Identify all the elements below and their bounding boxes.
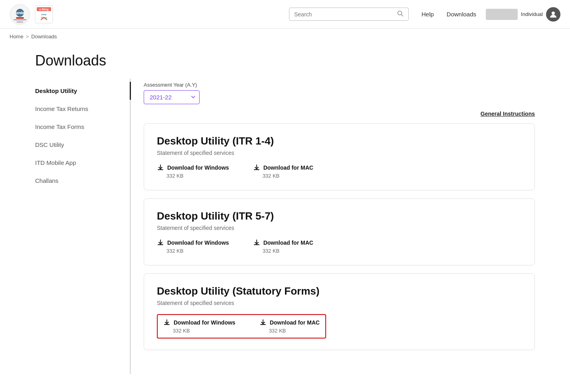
header-nav: Help Downloads — [422, 11, 476, 18]
download-icon — [157, 239, 164, 246]
sidebar-item-income-tax-forms[interactable]: Income Tax Forms — [35, 118, 130, 136]
efiling-logo-icon: e-filing easy filing — [34, 4, 54, 25]
download-mac-label-2: Download for MAC — [263, 240, 313, 246]
header: सत्यमेव INDIA e-filing easy filing Help … — [0, 0, 570, 29]
content-area: Assessment Year (A.Y) 2021-22 2020-21 20… — [144, 79, 535, 374]
breadcrumb-separator: > — [26, 34, 29, 40]
general-instructions-link[interactable]: General Instructions — [481, 111, 535, 117]
nav-downloads[interactable]: Downloads — [447, 11, 476, 18]
download-mac-label-1: Download for MAC — [263, 164, 313, 171]
sidebar-item-itd-mobile-app[interactable]: ITD Mobile App — [35, 154, 130, 172]
download-mac-1: Download for MAC 332 KB — [253, 164, 313, 179]
card-statutory-title: Desktop Utility (Statutory Forms) — [157, 285, 522, 297]
page-title-section: Downloads — [26, 44, 544, 79]
main-layout: Desktop Utility Income Tax Returns Incom… — [26, 79, 544, 374]
download-mac-size-3: 332 KB — [259, 328, 320, 334]
svg-point-13 — [552, 12, 555, 15]
download-mac-label-3: Download for MAC — [270, 319, 320, 326]
download-windows-link-2[interactable]: Download for Windows — [157, 239, 229, 246]
sidebar-item-challans[interactable]: Challans — [35, 172, 130, 190]
breadcrumb: Home > Downloads — [0, 29, 570, 44]
highlighted-downloads: Download for Windows 332 KB Download for… — [157, 314, 326, 339]
sidebar-item-income-tax-returns[interactable]: Income Tax Returns — [35, 100, 130, 118]
card-itr-1-4-title: Desktop Utility (ITR 1-4) — [157, 135, 522, 147]
download-mac-link-1[interactable]: Download for MAC — [253, 164, 313, 171]
download-windows-label-1: Download for Windows — [167, 164, 229, 171]
nav-help[interactable]: Help — [422, 11, 434, 18]
avatar — [546, 7, 560, 22]
user-menu[interactable]: Individual — [486, 7, 560, 22]
download-windows-1: Download for Windows 332 KB — [157, 164, 229, 179]
svg-rect-4 — [14, 19, 26, 20]
download-windows-size-1: 332 KB — [157, 173, 229, 179]
emblem-icon: सत्यमेव INDIA — [10, 4, 30, 25]
sidebar-item-desktop-utility[interactable]: Desktop Utility — [35, 82, 130, 100]
download-windows-label-2: Download for Windows — [167, 240, 229, 246]
download-windows-3: Download for Windows 332 KB — [163, 319, 236, 334]
svg-text:सत्यमेव: सत्यमेव — [16, 11, 24, 15]
download-mac-link-3[interactable]: Download for MAC — [259, 319, 320, 326]
card-itr-5-7-subtitle: Statement of specified services — [157, 225, 522, 231]
sidebar-item-dsc-utility[interactable]: DSC Utility — [35, 136, 130, 154]
sidebar: Desktop Utility Income Tax Returns Incom… — [35, 79, 131, 374]
user-type-label: Individual — [521, 11, 543, 17]
download-mac-3: Download for MAC 332 KB — [259, 319, 320, 334]
search-box[interactable] — [289, 8, 409, 21]
breadcrumb-current: Downloads — [31, 34, 57, 40]
card-itr-5-7: Desktop Utility (ITR 5-7) Statement of s… — [144, 198, 535, 265]
user-name-box — [486, 9, 518, 20]
download-mac-size-1: 332 KB — [253, 173, 313, 179]
search-icon — [397, 10, 404, 18]
logo: सत्यमेव INDIA e-filing easy filing — [10, 4, 54, 25]
download-icon — [259, 319, 267, 326]
card-itr-1-4: Desktop Utility (ITR 1-4) Statement of s… — [144, 123, 535, 190]
svg-text:e-filing: e-filing — [40, 8, 49, 11]
download-windows-size-3: 332 KB — [163, 328, 236, 334]
search-input[interactable] — [294, 11, 395, 18]
download-windows-link-1[interactable]: Download for Windows — [157, 164, 229, 171]
download-icon — [157, 164, 164, 171]
card-itr-1-4-downloads: Download for Windows 332 KB Download for… — [157, 164, 522, 179]
download-windows-size-2: 332 KB — [157, 248, 229, 254]
svg-text:INDIA: INDIA — [17, 21, 23, 23]
card-statutory-forms: Desktop Utility (Statutory Forms) Statem… — [144, 273, 535, 350]
svg-rect-2 — [16, 17, 24, 19]
download-icon — [163, 319, 170, 326]
download-icon — [253, 164, 260, 171]
assessment-year-section: Assessment Year (A.Y) 2021-22 2020-21 20… — [144, 82, 535, 104]
general-instructions-row: General Instructions — [144, 111, 535, 117]
ay-label: Assessment Year (A.Y) — [144, 82, 535, 88]
card-statutory-subtitle: Statement of specified services — [157, 300, 522, 306]
breadcrumb-home[interactable]: Home — [10, 34, 24, 40]
ay-select-wrapper[interactable]: 2021-22 2020-21 2019-20 — [144, 90, 200, 104]
download-mac-link-2[interactable]: Download for MAC — [253, 239, 313, 246]
download-mac-size-2: 332 KB — [253, 248, 313, 254]
download-windows-link-3[interactable]: Download for Windows — [163, 319, 236, 326]
download-mac-2: Download for MAC 332 KB — [253, 239, 313, 254]
svg-line-12 — [401, 15, 403, 16]
svg-text:easy: easy — [41, 13, 47, 16]
download-windows-2: Download for Windows 332 KB — [157, 239, 229, 254]
download-icon — [253, 239, 260, 246]
card-itr-1-4-subtitle: Statement of specified services — [157, 150, 522, 156]
download-windows-label-3: Download for Windows — [174, 319, 236, 326]
ay-select[interactable]: 2021-22 2020-21 2019-20 — [144, 90, 200, 104]
page-title: Downloads — [35, 52, 535, 69]
card-itr-5-7-title: Desktop Utility (ITR 5-7) — [157, 210, 522, 222]
card-itr-5-7-downloads: Download for Windows 332 KB Download for… — [157, 239, 522, 254]
